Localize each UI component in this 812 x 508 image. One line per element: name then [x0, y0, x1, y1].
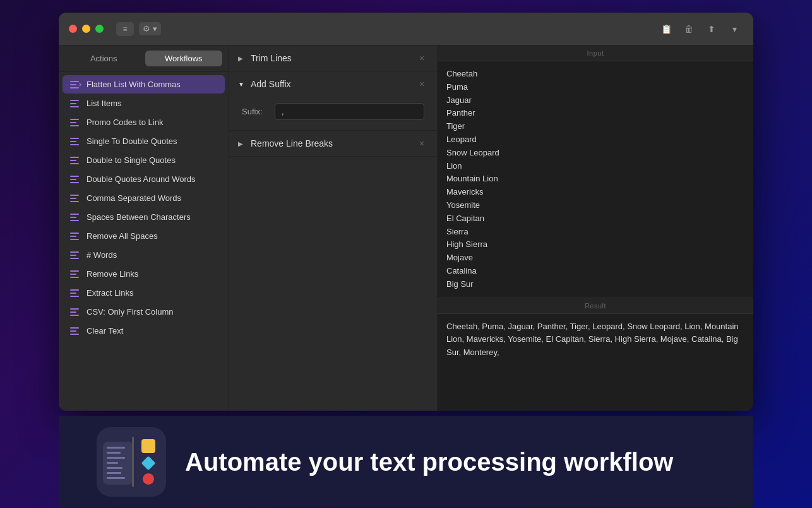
sidebar-item-spaces-between[interactable]: Spaces Between Characters — [63, 208, 225, 226]
gear-menu-button[interactable]: ⚙ ▾ — [139, 22, 161, 35]
tab-workflows[interactable]: Workflows — [145, 51, 223, 66]
title-bar-right: 📋 🗑 ⬆ ▾ — [657, 22, 743, 36]
add-suffix-body: Sufix: — [229, 97, 437, 130]
close-button[interactable] — [69, 25, 77, 33]
middle-panel: ▶ Trim Lines × ▼ Add Suffix × Sufix: — [229, 45, 438, 411]
remove-line-breaks-title: Remove Line Breaks — [251, 138, 415, 148]
sidebar: Actions Workflows Flatten List With Comm… — [59, 45, 229, 411]
minimize-button[interactable] — [82, 25, 90, 33]
sidebar-item-list-items[interactable]: List Items — [63, 94, 225, 112]
sidebar-item-label: Remove Links — [87, 269, 138, 279]
svg-rect-18 — [70, 195, 79, 196]
sidebar-item-label: # Words — [87, 250, 117, 260]
app-window: ≡ ⚙ ▾ 📋 🗑 ⬆ ▾ Actions — [59, 13, 753, 411]
share-button[interactable]: ⬆ — [703, 22, 720, 36]
sidebar-item-words[interactable]: # Words — [63, 246, 225, 264]
svg-rect-32 — [70, 277, 79, 278]
share-icon: ⬆ — [708, 24, 715, 34]
sidebar-item-remove-links[interactable]: Remove Links — [63, 265, 225, 283]
trim-lines-close-button[interactable]: × — [415, 52, 428, 64]
sidebar-item-flatten-list[interactable]: Flatten List With Commas — [63, 75, 225, 94]
svg-rect-26 — [70, 239, 79, 240]
sidebar-item-promo-codes[interactable]: Promo Codes to Link — [63, 113, 225, 131]
suffix-row: Sufix: — [242, 103, 424, 120]
right-panel: Input Cheetah Puma Jaguar Panther Tiger … — [438, 45, 753, 411]
share-chevron-button[interactable]: ▾ — [725, 22, 743, 36]
result-label: Result — [438, 298, 753, 314]
svg-rect-0 — [70, 81, 79, 82]
app-icon — [97, 427, 166, 497]
svg-rect-17 — [70, 182, 79, 183]
input-label: Input — [438, 45, 753, 61]
sidebar-item-label: Spaces Between Characters — [87, 212, 191, 222]
workflow-header-remove-line-breaks[interactable]: ▶ Remove Line Breaks × — [229, 131, 437, 156]
result-content: Cheetah, Puma, Jaguar, Panther, Tiger, L… — [438, 314, 753, 411]
sidebar-item-double-to-single[interactable]: Double to Single Quotes — [63, 151, 225, 169]
sidebar-item-extract-links[interactable]: Extract Links — [63, 284, 225, 302]
svg-rect-29 — [70, 258, 79, 259]
tab-actions[interactable]: Actions — [65, 51, 143, 66]
svg-rect-11 — [70, 144, 79, 145]
double-to-single-icon — [70, 156, 81, 165]
sidebar-item-comma-separated[interactable]: Comma Separated Words — [63, 189, 225, 207]
clipboard-button[interactable]: 📋 — [657, 22, 675, 36]
svg-rect-19 — [70, 198, 76, 199]
input-section: Input Cheetah Puma Jaguar Panther Tiger … — [438, 45, 753, 298]
svg-rect-1 — [70, 84, 76, 85]
sidebar-list: Flatten List With Commas List Items — [59, 72, 229, 411]
sidebar-item-csv-first-column[interactable]: CSV: Only First Column — [63, 303, 225, 321]
svg-rect-16 — [70, 179, 76, 180]
svg-rect-28 — [70, 255, 76, 256]
maximize-button[interactable] — [95, 25, 104, 33]
sidebar-item-double-quotes-words[interactable]: Double Quotes Around Words — [63, 170, 225, 188]
svg-rect-25 — [70, 236, 76, 237]
sidebar-item-label: Double to Single Quotes — [87, 155, 176, 165]
sidebar-toggle-button[interactable]: ≡ — [116, 22, 134, 36]
remove-line-breaks-close-button[interactable]: × — [415, 137, 428, 150]
clear-text-icon — [70, 327, 81, 336]
sidebar-item-single-to-double[interactable]: Single To Double Quotes — [63, 132, 225, 150]
sidebar-tabs: Actions Workflows — [59, 45, 229, 72]
remove-spaces-icon — [70, 232, 81, 241]
title-bar-controls: ≡ ⚙ ▾ — [116, 22, 161, 36]
svg-rect-9 — [70, 138, 79, 139]
sidebar-item-label: Single To Double Quotes — [87, 136, 177, 146]
flatten-list-icon — [70, 80, 81, 89]
input-content: Cheetah Puma Jaguar Panther Tiger Leopar… — [438, 61, 753, 298]
share-chevron-icon: ▾ — [732, 24, 737, 34]
add-suffix-close-button[interactable]: × — [415, 78, 428, 90]
sidebar-item-label: Double Quotes Around Words — [87, 174, 195, 184]
sidebar-item-label: CSV: Only First Column — [87, 307, 174, 317]
svg-rect-14 — [70, 163, 79, 164]
svg-rect-39 — [70, 327, 79, 329]
svg-rect-40 — [70, 330, 76, 332]
svg-rect-35 — [70, 296, 79, 297]
sidebar-item-label: Comma Separated Words — [87, 193, 181, 203]
svg-rect-31 — [70, 274, 76, 275]
svg-rect-20 — [70, 201, 79, 202]
sidebar-item-label: List Items — [87, 99, 122, 108]
suffix-input[interactable] — [275, 103, 424, 120]
sidebar-item-remove-spaces[interactable]: Remove All Spaces — [63, 227, 225, 245]
svg-rect-10 — [70, 141, 76, 142]
remove-links-icon — [70, 270, 81, 279]
workflow-item-trim-lines: ▶ Trim Lines × — [229, 45, 437, 71]
csv-first-column-icon — [70, 308, 81, 317]
sidebar-item-label: Flatten List With Commas — [87, 80, 181, 89]
workflow-item-remove-line-breaks: ▶ Remove Line Breaks × — [229, 131, 437, 157]
gear-icon: ⚙ — [143, 24, 150, 33]
workflow-header-add-suffix[interactable]: ▼ Add Suffix × — [229, 71, 437, 97]
trim-lines-arrow-icon: ▶ — [238, 55, 246, 62]
trash-button[interactable]: 🗑 — [680, 22, 698, 36]
svg-rect-33 — [70, 289, 79, 291]
workflow-header-trim-lines[interactable]: ▶ Trim Lines × — [229, 45, 437, 71]
svg-rect-21 — [70, 214, 79, 215]
result-section: Result Cheetah, Puma, Jaguar, Panther, T… — [438, 298, 753, 411]
svg-rect-8 — [70, 125, 79, 126]
sidebar-item-label: Promo Codes to Link — [87, 118, 163, 127]
svg-rect-4 — [70, 103, 76, 104]
add-suffix-title: Add Suffix — [251, 79, 415, 89]
double-quotes-words-icon — [70, 175, 81, 184]
list-items-icon — [70, 99, 81, 108]
sidebar-item-clear-text[interactable]: Clear Text — [63, 322, 225, 340]
